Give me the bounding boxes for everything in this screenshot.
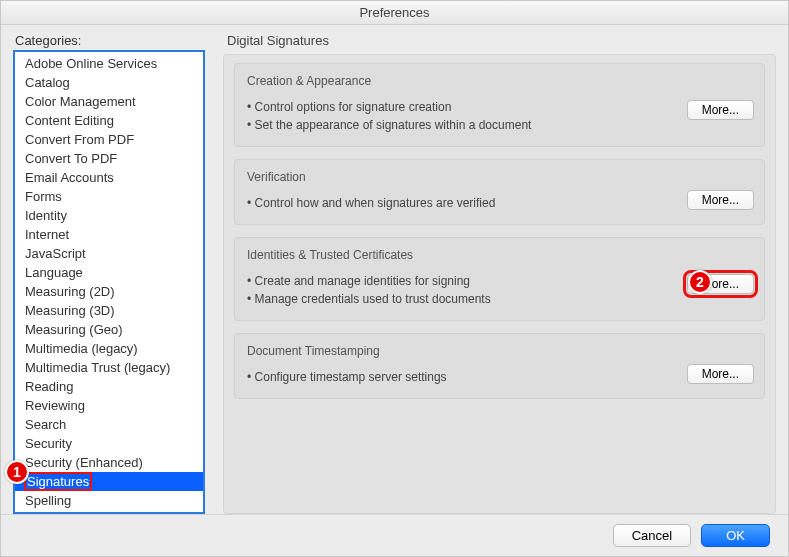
section-title: Verification	[247, 170, 752, 184]
category-item[interactable]: Content Editing	[15, 111, 203, 130]
category-item[interactable]: Catalog	[15, 73, 203, 92]
section-title: Creation & Appearance	[247, 74, 752, 88]
section-bullets: Control options for signature creationSe…	[247, 98, 752, 134]
category-item[interactable]: Multimedia Trust (legacy)	[15, 358, 203, 377]
section-bullet: Control how and when signatures are veri…	[247, 194, 752, 212]
category-item[interactable]: Search	[15, 415, 203, 434]
ok-button[interactable]: OK	[701, 524, 770, 547]
section-bullets: Control how and when signatures are veri…	[247, 194, 752, 212]
category-item[interactable]: JavaScript	[15, 244, 203, 263]
category-item[interactable]: Forms	[15, 187, 203, 206]
section-bullet: Manage credentials used to trust documen…	[247, 290, 752, 308]
category-item[interactable]: Internet	[15, 225, 203, 244]
category-item[interactable]: Reviewing	[15, 396, 203, 415]
section-bullet: Set the appearance of signatures within …	[247, 116, 752, 134]
category-item[interactable]: Identity	[15, 206, 203, 225]
category-item[interactable]: Security (Enhanced)	[15, 453, 203, 472]
annotation-callout-1: 1	[5, 460, 29, 484]
more-button[interactable]: More...	[687, 190, 754, 210]
categories-column: Categories: Adobe Online ServicesCatalog…	[13, 33, 205, 514]
category-item[interactable]: Multimedia (legacy)	[15, 339, 203, 358]
category-item[interactable]: Color Management	[15, 92, 203, 111]
category-item[interactable]: Measuring (2D)	[15, 282, 203, 301]
settings-section: Identities & Trusted CertificatesCreate …	[234, 237, 765, 321]
content-area: Categories: Adobe Online ServicesCatalog…	[1, 25, 788, 514]
categories-listbox[interactable]: Adobe Online ServicesCatalogColor Manage…	[13, 50, 205, 514]
section-bullets: Create and manage identities for signing…	[247, 272, 752, 308]
category-item[interactable]: Measuring (3D)	[15, 301, 203, 320]
settings-section: Document TimestampingConfigure timestamp…	[234, 333, 765, 399]
window-title: Preferences	[1, 1, 788, 25]
settings-section: Creation & AppearanceControl options for…	[234, 63, 765, 147]
section-bullets: Configure timestamp server settings	[247, 368, 752, 386]
section-bullet: Configure timestamp server settings	[247, 368, 752, 386]
section-title: Document Timestamping	[247, 344, 752, 358]
category-item[interactable]: Spelling	[15, 491, 203, 510]
settings-section: VerificationControl how and when signatu…	[234, 159, 765, 225]
category-item[interactable]: Signatures	[15, 472, 203, 491]
category-item[interactable]: Reading	[15, 377, 203, 396]
annotation-callout-2: 2	[688, 270, 712, 294]
more-button[interactable]: More...	[687, 364, 754, 384]
section-title: Identities & Trusted Certificates	[247, 248, 752, 262]
preferences-window: Preferences Categories: Adobe Online Ser…	[0, 0, 789, 557]
categories-label: Categories:	[13, 33, 205, 48]
category-item[interactable]: Security	[15, 434, 203, 453]
section-bullet: Create and manage identities for signing	[247, 272, 752, 290]
more-button[interactable]: More...	[687, 100, 754, 120]
category-item[interactable]: Language	[15, 263, 203, 282]
panel-heading: Digital Signatures	[227, 33, 776, 48]
dialog-footer: Cancel OK	[1, 514, 788, 556]
section-bullet: Control options for signature creation	[247, 98, 752, 116]
category-item[interactable]: Adobe Online Services	[15, 54, 203, 73]
category-item[interactable]: Measuring (Geo)	[15, 320, 203, 339]
category-item[interactable]: Convert To PDF	[15, 149, 203, 168]
category-item[interactable]: Convert From PDF	[15, 130, 203, 149]
cancel-button[interactable]: Cancel	[613, 524, 691, 547]
category-item[interactable]: Email Accounts	[15, 168, 203, 187]
